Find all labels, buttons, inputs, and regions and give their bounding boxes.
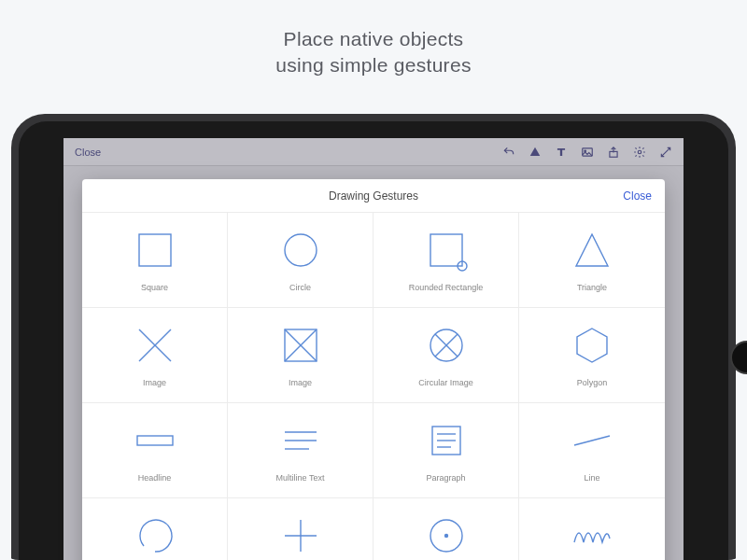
plus-icon [279,514,322,557]
circle-dot-icon [425,514,468,557]
toolbar-close-button[interactable]: Close [75,147,101,158]
marketing-headline: Place native objects using simple gestur… [0,0,747,79]
shape-icon[interactable] [529,146,542,159]
triangle-icon [571,229,613,272]
gesture-label: Rounded Rectangle [409,283,484,292]
gesture-label: Headline [138,473,172,483]
tablet-home-button [730,341,747,374]
svg-marker-16 [577,329,607,362]
tablet-screen: Close [63,138,684,560]
gesture-label: Multiline Text [276,473,325,483]
svg-rect-17 [137,436,173,445]
scribble-icon [571,514,613,557]
gesture-erase[interactable]: Erase [519,498,665,560]
svg-rect-6 [430,234,462,266]
modal-close-button[interactable]: Close [623,189,652,203]
headline-icon [134,419,176,462]
image-icon[interactable] [581,146,594,159]
gestures-modal: Drawing Gestures Close Square [82,179,665,560]
gesture-lasso-select[interactable]: Lasso Select [82,498,228,560]
gesture-grab-styles[interactable]: Grab styles [374,498,519,560]
settings-icon[interactable] [633,146,646,159]
hexagon-icon [571,324,613,367]
fullscreen-icon[interactable] [659,146,672,159]
line-icon [571,419,613,462]
square-icon [134,229,176,272]
gesture-triangle[interactable]: Triangle [519,213,665,308]
x-icon [134,324,176,367]
text-icon[interactable] [555,146,568,159]
gesture-label: Circle [289,283,311,292]
gesture-paragraph[interactable]: Paragraph [374,403,519,498]
modal-title: Drawing Gestures [329,189,418,203]
gesture-label: Image [143,378,166,387]
rounded-rectangle-icon [425,229,468,272]
paragraph-icon [425,419,468,462]
gesture-headline[interactable]: Headline [82,403,228,498]
svg-point-29 [444,534,447,537]
gesture-circular-image[interactable]: Circular Image [374,308,519,403]
gesture-label: Paragraph [426,473,465,483]
gesture-image[interactable]: Image [82,308,228,403]
multiline-icon [279,419,322,462]
gesture-multiline-text[interactable]: Multiline Text [228,403,374,498]
canvas-area: Drawing Gestures Close Square [63,166,684,560]
svg-line-25 [574,436,610,445]
gesture-grid: Square Circle Rounded Re [82,213,665,560]
headline-line-1: Place native objects [284,28,464,49]
gesture-line[interactable]: Line [519,403,665,498]
svg-point-3 [638,150,641,154]
tablet-inner-frame: Close [19,121,728,560]
headline-line-2: using simple gestures [275,54,471,76]
box-x-icon [279,324,322,367]
lasso-icon [134,514,176,557]
svg-point-5 [285,234,317,266]
share-icon[interactable] [607,146,620,159]
svg-rect-4 [139,234,171,266]
gesture-label: Image [289,378,312,387]
gesture-rounded-rectangle[interactable]: Rounded Rectangle [374,213,519,308]
gesture-circle[interactable]: Circle [228,213,374,308]
gesture-polygon[interactable]: Polygon [519,308,665,403]
gesture-duplicate[interactable]: Duplicate [228,498,374,560]
gesture-label: Square [141,283,168,292]
gesture-label: Polygon [577,378,608,387]
gesture-label: Triangle [577,283,607,292]
circle-x-icon [425,324,468,367]
gesture-label: Circular Image [418,378,473,387]
circle-icon [279,229,322,272]
gesture-label: Line [584,473,599,483]
modal-header: Drawing Gestures Close [82,179,665,213]
gesture-image-box[interactable]: Image [228,308,374,403]
undo-icon[interactable] [502,146,515,159]
tablet-frame: Close [11,114,736,560]
gesture-square[interactable]: Square [82,213,228,308]
app-toolbar: Close [63,138,684,166]
